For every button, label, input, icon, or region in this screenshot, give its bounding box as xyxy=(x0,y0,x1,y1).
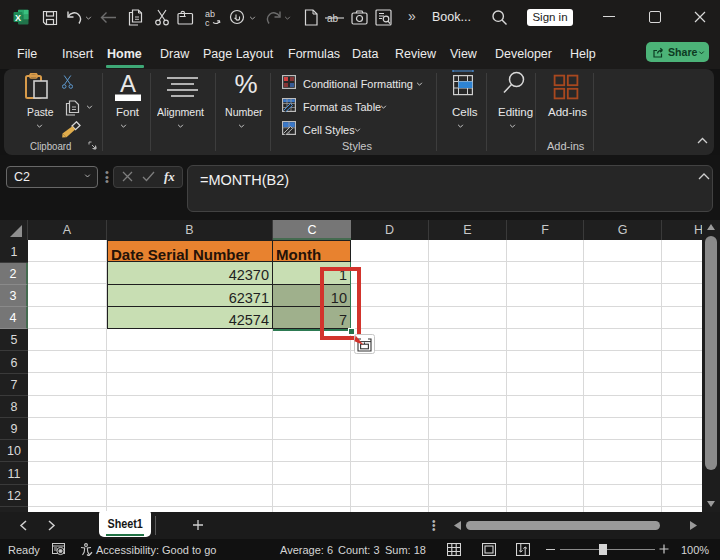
svg-text:A: A xyxy=(120,71,136,97)
svg-text:X: X xyxy=(15,13,21,23)
svg-text:c: c xyxy=(205,18,210,27)
